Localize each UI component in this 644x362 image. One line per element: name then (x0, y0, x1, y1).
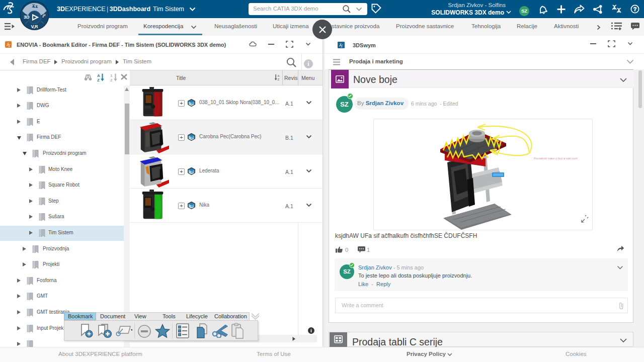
svg-text:3D: 3D (24, 15, 30, 20)
svg-text:V,R: V,R (31, 24, 38, 29)
svg-text:Z: Z (97, 77, 100, 82)
svg-text:1: 1 (110, 73, 113, 77)
svg-text:Pomakniti trake u boji a tutti: Pomakniti trake u boji a tutti looh (534, 157, 578, 160)
svg-text:2: 2 (110, 77, 113, 82)
svg-text:A: A (278, 74, 280, 77)
svg-text:?: ? (633, 6, 637, 12)
svg-text:A: A (97, 73, 100, 77)
svg-text:Z: Z (278, 78, 280, 81)
